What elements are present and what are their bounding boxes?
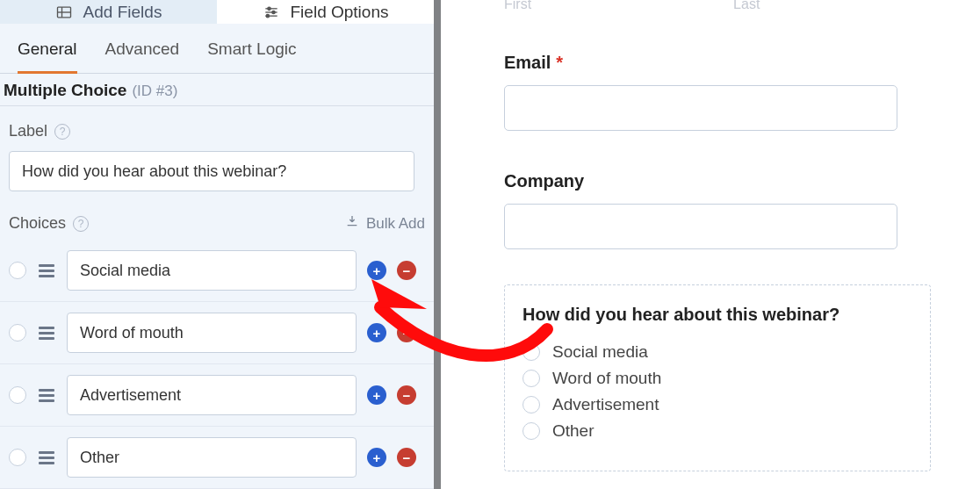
drag-handle-icon[interactable] <box>37 327 56 340</box>
choice-input[interactable] <box>67 375 357 415</box>
drag-handle-icon[interactable] <box>37 264 56 277</box>
radio-icon <box>522 343 540 361</box>
sub-tabs: General Advanced Smart Logic <box>0 24 434 74</box>
choices-list: + − + − + − + − <box>0 240 434 489</box>
choice-input[interactable] <box>67 313 357 353</box>
choice-row: + − <box>0 427 434 489</box>
form-preview: First Last Email * Company How did you h… <box>441 0 980 489</box>
add-choice-button[interactable]: + <box>367 323 386 342</box>
email-label: Email <box>504 53 551 73</box>
panel-tabs: Add Fields Field Options <box>0 0 434 24</box>
email-input[interactable] <box>504 85 897 131</box>
radio-option[interactable]: Advertisement <box>522 395 912 414</box>
field-heading: Multiple Choice (ID #3) <box>0 74 434 106</box>
help-icon[interactable]: ? <box>54 124 70 140</box>
radio-icon <box>522 422 540 440</box>
radio-option[interactable]: Social media <box>522 342 912 362</box>
radio-icon <box>522 396 540 413</box>
company-input[interactable] <box>504 204 897 249</box>
radio-group-title: How did you hear about this webinar? <box>522 305 912 325</box>
add-choice-button[interactable]: + <box>367 448 386 467</box>
radio-option[interactable]: Word of mouth <box>522 369 912 388</box>
company-field-group: Company <box>504 171 917 249</box>
choice-default-radio[interactable] <box>9 324 26 342</box>
svg-point-7 <box>271 11 274 13</box>
company-label: Company <box>504 171 584 191</box>
remove-choice-button[interactable]: − <box>397 323 416 342</box>
label-caption: Label <box>9 122 47 140</box>
choice-input[interactable] <box>67 437 357 478</box>
choice-input[interactable] <box>67 250 357 291</box>
label-section: Label ? <box>0 106 434 191</box>
help-icon[interactable]: ? <box>73 216 89 232</box>
radio-option-label: Other <box>552 421 594 441</box>
required-asterisk: * <box>556 53 563 73</box>
remove-choice-button[interactable]: − <box>397 448 416 467</box>
last-sublabel: Last <box>733 0 760 12</box>
label-input[interactable] <box>9 151 414 191</box>
radio-option-label: Social media <box>552 342 648 362</box>
radio-icon <box>522 370 540 387</box>
subtab-general[interactable]: General <box>18 40 77 74</box>
choice-default-radio[interactable] <box>9 386 26 404</box>
field-type: Multiple Choice <box>4 81 126 100</box>
field-options-panel: Add Fields Field Options General Advance… <box>0 0 441 489</box>
choice-row: + − <box>0 364 434 427</box>
bulk-add-label: Bulk Add <box>366 215 425 233</box>
download-icon <box>345 214 359 233</box>
tab-field-options[interactable]: Field Options <box>217 0 434 24</box>
first-sublabel: First <box>504 0 531 12</box>
radio-option-label: Word of mouth <box>552 369 661 388</box>
grid-icon <box>55 4 73 21</box>
multiple-choice-preview[interactable]: How did you hear about this webinar? Soc… <box>504 284 931 471</box>
choice-default-radio[interactable] <box>9 449 26 466</box>
choice-row: + − <box>0 240 434 302</box>
subtab-smart-logic[interactable]: Smart Logic <box>207 40 296 73</box>
tab-field-options-label: Field Options <box>291 3 389 22</box>
tab-add-fields[interactable]: Add Fields <box>0 0 217 24</box>
radio-option-label: Advertisement <box>552 395 659 414</box>
choice-default-radio[interactable] <box>9 262 26 279</box>
sliders-icon <box>263 4 280 21</box>
choice-row: + − <box>0 302 434 364</box>
field-id: (ID #3) <box>132 83 177 100</box>
drag-handle-icon[interactable] <box>37 451 56 464</box>
drag-handle-icon[interactable] <box>37 389 56 402</box>
remove-choice-button[interactable]: − <box>397 261 416 280</box>
name-sublabels: First Last <box>504 0 917 12</box>
radio-option[interactable]: Other <box>522 421 912 441</box>
add-choice-button[interactable]: + <box>367 385 386 405</box>
choices-caption: Choices <box>9 214 66 233</box>
bulk-add-button[interactable]: Bulk Add <box>345 214 425 233</box>
email-field-group: Email * <box>504 53 917 131</box>
choices-header: Choices ? Bulk Add <box>9 214 425 233</box>
subtab-advanced[interactable]: Advanced <box>105 40 180 73</box>
add-choice-button[interactable]: + <box>367 261 386 280</box>
svg-point-6 <box>267 7 270 10</box>
svg-point-8 <box>266 14 269 17</box>
remove-choice-button[interactable]: − <box>397 385 416 405</box>
tab-add-fields-label: Add Fields <box>83 3 162 22</box>
